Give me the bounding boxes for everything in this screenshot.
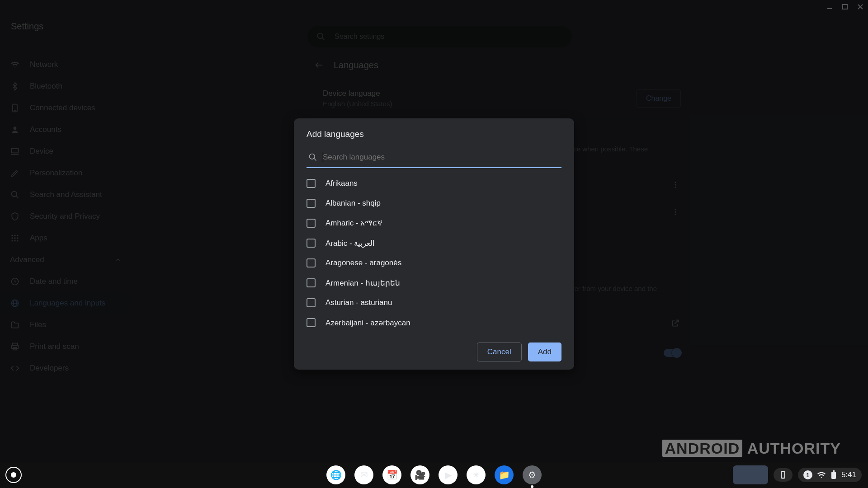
notification-badge: 1 — [803, 470, 812, 479]
checkbox-icon[interactable] — [307, 278, 316, 287]
phone-hub-button[interactable] — [774, 468, 793, 482]
calendar-icon: 📅 — [387, 469, 398, 480]
shelf-app-files[interactable]: 📁 — [495, 465, 514, 484]
text-cursor — [323, 152, 323, 162]
shelf-app-meet[interactable]: 🎥 — [410, 465, 429, 484]
language-option[interactable]: Albanian - shqip — [307, 193, 567, 213]
shelf-app-settings[interactable]: ⚙ — [523, 465, 542, 484]
language-option[interactable]: Azerbaijani - azərbaycan — [307, 313, 567, 333]
shelf-app-calendar[interactable]: 📅 — [382, 465, 401, 484]
clock: 5:41 — [841, 470, 856, 479]
battery-icon — [830, 470, 837, 479]
checkbox-icon[interactable] — [307, 179, 316, 188]
chrome-icon: 🌐 — [330, 469, 342, 480]
language-option-label: Albanian - shqip — [326, 199, 381, 208]
wifi-icon — [817, 470, 826, 479]
watermark: ANDROID AUTHORITY — [662, 440, 841, 457]
settings-icon: ⚙ — [528, 469, 536, 480]
language-option-label: Arabic - العربية — [326, 239, 375, 248]
status-tray[interactable]: 1 5:41 — [798, 468, 862, 482]
language-option[interactable]: Armenian - հայերեն — [307, 273, 567, 293]
photos-icon: ✴ — [472, 469, 480, 480]
language-option[interactable]: Aragonese - aragonés — [307, 253, 567, 273]
dialog-add-button[interactable]: Add — [528, 343, 561, 361]
gmail-icon: ✉ — [360, 469, 368, 480]
language-option-label: Armenian - հայերեն — [326, 278, 400, 288]
svg-rect-41 — [833, 470, 835, 472]
launcher-button[interactable] — [5, 467, 22, 483]
language-option-label: Azerbaijani - azərbaycan — [326, 318, 410, 328]
checkbox-icon[interactable] — [307, 199, 316, 208]
youtube-icon: ▶ — [445, 469, 452, 480]
language-option[interactable]: Asturian - asturianu — [307, 293, 567, 313]
tote-preview[interactable] — [733, 465, 768, 484]
checkbox-icon[interactable] — [307, 258, 316, 267]
dialog-scrim[interactable]: Add languages AfrikaansAlbanian - shqipA… — [0, 0, 868, 488]
checkbox-icon[interactable] — [307, 219, 316, 228]
language-option-label: Amharic - አማርኛ — [326, 219, 382, 228]
shelf-app-youtube[interactable]: ▶ — [439, 465, 458, 484]
language-list[interactable]: AfrikaansAlbanian - shqipAmharic - አማርኛA… — [294, 174, 574, 333]
meet-icon: 🎥 — [415, 469, 426, 480]
files-icon: 📁 — [499, 469, 510, 480]
language-option[interactable]: Arabic - العربية — [307, 233, 567, 253]
system-tray[interactable]: 1 5:41 — [733, 465, 862, 484]
dialog-search[interactable] — [307, 147, 561, 168]
dialog-title: Add languages — [294, 129, 574, 147]
search-icon — [308, 153, 317, 162]
shelf-app-gmail[interactable]: ✉ — [354, 465, 373, 484]
svg-line-37 — [314, 159, 316, 161]
language-option[interactable]: Afrikaans — [307, 174, 567, 193]
language-option-label: Afrikaans — [326, 179, 358, 188]
shelf: 🌐✉📅🎥▶✴📁⚙ 1 5:41 — [0, 462, 868, 488]
language-option-label: Asturian - asturianu — [326, 298, 392, 307]
language-option-label: Aragonese - aragonés — [326, 258, 401, 267]
dialog-search-input[interactable] — [307, 150, 561, 164]
add-languages-dialog: Add languages AfrikaansAlbanian - shqipA… — [294, 118, 574, 370]
checkbox-icon[interactable] — [307, 239, 316, 248]
checkbox-icon[interactable] — [307, 318, 316, 327]
checkbox-icon[interactable] — [307, 298, 316, 307]
language-option[interactable]: Amharic - አማርኛ — [307, 213, 567, 233]
svg-rect-40 — [831, 472, 836, 479]
svg-point-36 — [310, 154, 315, 160]
shelf-app-photos[interactable]: ✴ — [467, 465, 486, 484]
shelf-app-chrome[interactable]: 🌐 — [326, 465, 345, 484]
dialog-cancel-button[interactable]: Cancel — [477, 343, 522, 361]
